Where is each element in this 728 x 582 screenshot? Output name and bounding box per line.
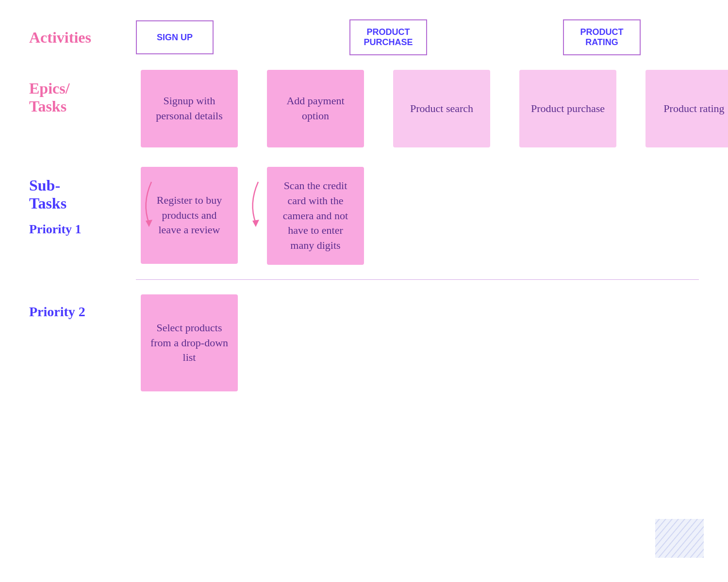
epics-label: Epics/ Tasks (29, 80, 70, 115)
product-purchase-header-label: PRODUCT PURCHASE (364, 27, 413, 48)
rating-epic-card: Product rating (645, 70, 728, 147)
select-card-cell: Select products from a drop-down list (136, 294, 243, 391)
priority2-label: Priority 2 (29, 304, 85, 319)
payment-epic-text: Add payment option (276, 94, 355, 124)
page: Activities SIGN UP PRODUCT PURCHASE PROD… (0, 0, 728, 582)
activities-label-header: Activities (29, 29, 136, 47)
search-card-cell: Product search (388, 70, 495, 147)
svg-marker-1 (252, 220, 259, 227)
svg-rect-4 (655, 519, 704, 558)
epics-row: Epics/ Tasks Signup with personal detail… (29, 70, 699, 147)
header-row: Activities SIGN UP PRODUCT PURCHASE PROD… (29, 19, 699, 55)
signup-header-label: SIGN UP (157, 32, 193, 43)
rating-card-cell: Product rating (641, 70, 728, 147)
epics-label-cell: Epics/ Tasks (29, 70, 136, 115)
subtasks-content: Register to buy products and leave a rev… (136, 167, 699, 265)
priority1-label: Priority 1 (29, 222, 82, 236)
product-purchase-header-box: PRODUCT PURCHASE (349, 19, 427, 55)
search-epic-text: Product search (410, 101, 473, 116)
purchase-epic-text: Product purchase (531, 101, 605, 116)
rating-epic-text: Product rating (663, 101, 724, 116)
epics-content: Signup with personal details Add payment… (136, 70, 728, 147)
scan-subtask-text: Scan the credit card with the camera and… (276, 178, 355, 253)
svg-marker-0 (146, 220, 152, 227)
scan-subtask-card: Scan the credit card with the camera and… (267, 167, 364, 265)
purchase-card-cell: Product purchase (514, 70, 621, 147)
priority2-content: Select products from a drop-down list (136, 294, 699, 391)
scan-card-cell: Scan the credit card with the camera and… (262, 167, 369, 265)
arrow-payment-to-subtask (244, 179, 273, 228)
arrow-signup-to-subtask (137, 179, 166, 228)
priority2-row: Priority 2 Select products from a drop-d… (29, 294, 699, 391)
product-rating-header-label: PRODUCT RATING (580, 27, 624, 48)
product-rating-header-box: PRODUCT RATING (563, 19, 641, 55)
payment-epic-card: Add payment option (267, 70, 364, 147)
activities-title: Activities (29, 29, 91, 46)
subtasks-row: Sub- Tasks Priority 1 Register to buy pr… (29, 167, 699, 265)
select-priority2-text: Select products from a drop-down list (149, 321, 229, 365)
signup-header-box: SIGN UP (136, 20, 214, 54)
signup-epic-text: Signup with personal details (149, 94, 229, 124)
section-divider (136, 279, 699, 280)
search-epic-card: Product search (393, 70, 490, 147)
signup-epic-card: Signup with personal details (141, 70, 238, 147)
select-priority2-card: Select products from a drop-down list (141, 294, 238, 391)
purchase-epic-card: Product purchase (519, 70, 616, 147)
hatch-decoration (650, 514, 709, 563)
subtasks-label: Sub- Tasks (29, 177, 131, 212)
signup-card-cell: Signup with personal details (136, 70, 243, 147)
subtasks-label-cell: Sub- Tasks Priority 1 (29, 167, 136, 237)
payment-card-cell: Add payment option (262, 70, 369, 147)
priority2-label-cell: Priority 2 (29, 294, 136, 320)
